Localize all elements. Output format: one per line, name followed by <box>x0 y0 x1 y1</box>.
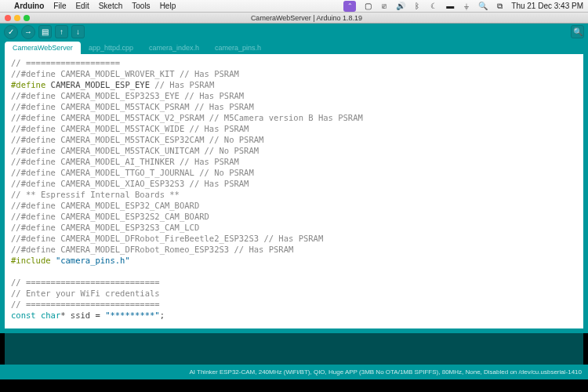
code-editor[interactable]: // =================== //#define CAMERA_… <box>5 54 583 328</box>
code-line: //#define CAMERA_MODEL_ESP32S3_EYE // Ha… <box>11 90 577 101</box>
code-line: //#define CAMERA_MODEL_M5STACK_PSRAM // … <box>11 101 577 112</box>
verify-button[interactable]: ✓ <box>4 25 18 39</box>
clock[interactable]: Thu 21 Dec 3:43 PM <box>511 2 583 10</box>
code-line: //#define CAMERA_MODEL_AI_THINKER // Has… <box>11 156 577 167</box>
control-center-icon[interactable]: ⧉ <box>495 2 504 11</box>
tray-app-icon[interactable]: ⌃ <box>343 1 356 12</box>
code-line: // =========================== <box>11 277 577 288</box>
airplay-icon[interactable]: ▢ <box>363 2 372 11</box>
code-line: //#define CAMERA_MODEL_ESP32S2_CAM_BOARD <box>11 211 577 222</box>
code-line: //#define CAMERA_MODEL_M5STACK_V2_PSRAM … <box>11 112 577 123</box>
close-window-button[interactable] <box>5 15 11 21</box>
code-line: //#define CAMERA_MODEL_M5STACK_ESP32CAM … <box>11 134 577 145</box>
tab-app-httpd[interactable]: app_httpd.cpp <box>81 42 141 54</box>
board-info: AI Thinker ESP32-CAM, 240MHz (WiFi/BT), … <box>189 368 582 376</box>
code-line: //#define CAMERA_MODEL_DFRobot_FireBeetl… <box>11 233 577 244</box>
macos-menubar: Arduino File Edit Sketch Tools Help ⌃ ▢ … <box>0 0 588 13</box>
sketch-menu[interactable]: Sketch <box>99 2 123 10</box>
code-line: // =================== <box>11 57 577 68</box>
search-icon[interactable]: 🔍 <box>478 2 488 11</box>
code-line: //#define CAMERA_MODEL_M5STACK_WIDE // H… <box>11 123 577 134</box>
code-line: //#define CAMERA_MODEL_M5STACK_UNITCAM /… <box>11 145 577 156</box>
code-line: #include "camera_pins.h" <box>11 255 577 266</box>
window-titlebar: CameraWebServer | Arduino 1.8.19 <box>0 13 588 24</box>
code-line: // ** Espressif Internal Boards ** <box>11 189 577 200</box>
code-line: // Enter your WiFi credentials <box>11 288 577 299</box>
code-line: //#define CAMERA_MODEL_DFRobot_Romeo_ESP… <box>11 244 577 255</box>
new-sketch-button[interactable]: ▤ <box>38 25 52 38</box>
tools-menu[interactable]: Tools <box>132 2 150 10</box>
edit-menu[interactable]: Edit <box>75 2 89 10</box>
code-line: const char* ssid = "*********"; <box>11 310 577 321</box>
status-bar: AI Thinker ESP32-CAM, 240MHz (WiFi/BT), … <box>0 365 588 379</box>
display-icon[interactable]: ⎚ <box>379 2 389 11</box>
code-line <box>11 266 577 277</box>
zoom-window-button[interactable] <box>24 15 30 21</box>
code-line: //#define CAMERA_MODEL_TTGO_T_JOURNAL //… <box>11 167 577 178</box>
tab-camera-pins[interactable]: camera_pins.h <box>207 42 269 54</box>
serial-monitor-button[interactable]: 🔍 <box>571 25 584 38</box>
code-line: //#define CAMERA_MODEL_WROVER_KIT // Has… <box>11 68 577 79</box>
code-line: // =========================== <box>11 299 577 310</box>
dnd-icon[interactable]: ☾ <box>429 2 438 11</box>
code-line: #define CAMERA_MODEL_ESP_EYE // Has PSRA… <box>11 79 577 90</box>
file-menu[interactable]: File <box>53 2 66 10</box>
arduino-toolbar: ✓ → ▤ ↑ ↓ 🔍 <box>0 24 588 40</box>
volume-icon[interactable]: 🔊 <box>396 2 405 11</box>
tab-camera-index[interactable]: camera_index.h <box>141 42 207 54</box>
minimize-window-button[interactable] <box>14 15 20 21</box>
save-sketch-button[interactable]: ↓ <box>71 25 85 38</box>
code-line: //#define CAMERA_MODEL_ESP32_CAM_BOARD <box>11 200 577 211</box>
battery-icon[interactable]: ▬ <box>445 2 455 11</box>
app-menu[interactable]: Arduino <box>14 2 44 10</box>
bluetooth-icon[interactable]: ᛒ <box>412 2 422 11</box>
tab-camerawebserver[interactable]: CameraWebServer <box>5 42 81 54</box>
output-console[interactable] <box>5 333 583 365</box>
upload-button[interactable]: → <box>21 25 35 39</box>
code-line: //#define CAMERA_MODEL_XIAO_ESP32S3 // H… <box>11 178 577 189</box>
help-menu[interactable]: Help <box>160 2 176 10</box>
window-title: CameraWebServer | Arduino 1.8.19 <box>30 14 583 22</box>
editor-tabs: CameraWebServer app_httpd.cpp camera_ind… <box>0 40 588 54</box>
code-line: //#define CAMERA_MODEL_ESP32S3_CAM_LCD <box>11 222 577 233</box>
wifi-icon[interactable]: ⏚ <box>462 2 471 11</box>
open-sketch-button[interactable]: ↑ <box>55 25 68 38</box>
